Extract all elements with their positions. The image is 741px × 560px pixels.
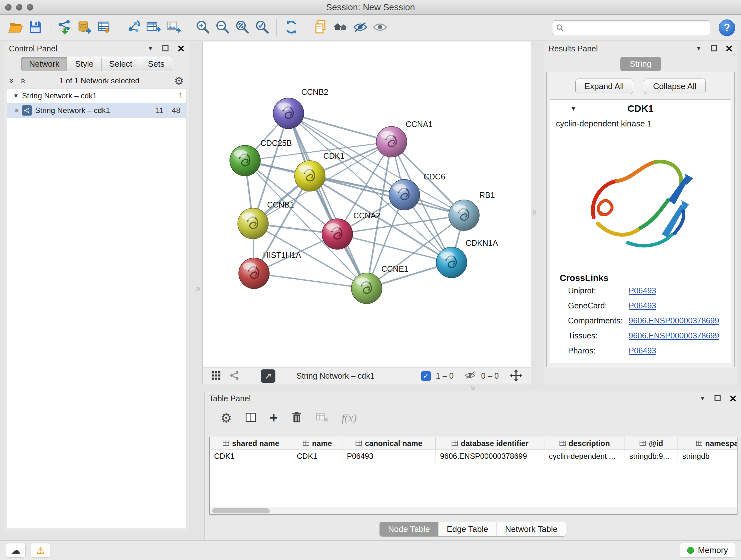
network-node-CDC25B[interactable] (230, 145, 260, 176)
column-header-canonical-name[interactable]: canonical name (342, 437, 435, 449)
panel-menu-icon[interactable]: ▼ (147, 45, 153, 51)
tab-node-table[interactable]: Node Table (380, 522, 438, 537)
search-input[interactable] (552, 20, 711, 35)
add-column-icon[interactable]: + (270, 412, 278, 423)
copy-document-button[interactable] (311, 18, 331, 38)
gear-icon[interactable]: ⚙ (174, 75, 184, 86)
network-node-HIST1H1A[interactable] (239, 258, 269, 289)
cell-id[interactable]: stringdb:9... (625, 450, 678, 462)
cell-description[interactable]: cyclin-dependent ... (544, 450, 625, 462)
cloud-status-button[interactable]: ☁ (6, 543, 25, 558)
network-canvas[interactable]: CCNB2CCNA1CDC25BCDK1CDC6RB1CCNB1CCNA2CDK… (203, 42, 531, 367)
column-header-id[interactable]: @id (625, 437, 678, 449)
panel-close-icon[interactable]: × (730, 394, 737, 403)
tab-edge-table[interactable]: Edge Table (438, 522, 496, 537)
selected-checkbox-icon[interactable]: ✓ (421, 371, 431, 381)
table-row[interactable]: CDK1 CDK1 P06493 9606.ENSP00000378699 cy… (210, 450, 737, 462)
tab-network-table[interactable]: Network Table (496, 522, 566, 537)
splitter-handle[interactable] (532, 210, 536, 214)
network-node-CCNA1[interactable] (376, 126, 407, 157)
clear-table-icon[interactable] (316, 411, 329, 425)
network-node-CCNB2[interactable] (273, 98, 304, 129)
window-close-button[interactable] (5, 4, 11, 10)
crosslink-value-link[interactable]: 9606.ENSP00000378699 (629, 316, 719, 325)
cell-database-identifier[interactable]: 9606.ENSP00000378699 (435, 450, 544, 462)
column-header-name[interactable]: name (292, 437, 342, 449)
expand-all-icon[interactable]: » (17, 78, 27, 84)
import-network-file-button[interactable] (55, 18, 75, 38)
crosslink-value-link[interactable]: P06493 (629, 301, 656, 310)
expand-all-button[interactable]: Expand All (576, 78, 633, 94)
network-node-CCNA2[interactable] (322, 219, 353, 249)
table-settings-gear-icon[interactable]: ⚙ (220, 412, 232, 424)
splitter-handle[interactable] (471, 386, 475, 390)
network-node-CCNE1[interactable] (351, 273, 382, 304)
crosslink-value-link[interactable]: P06493 (629, 346, 656, 355)
export-image-button[interactable] (163, 18, 183, 38)
network-edge-HIST1H1A-CCNE1[interactable] (254, 273, 367, 288)
memory-button[interactable]: Memory (680, 543, 735, 558)
network-node-CDK1[interactable] (294, 161, 325, 191)
network-collection-row[interactable]: ▼ String Network – cdk1 1 (7, 88, 186, 103)
tab-string[interactable]: String (620, 57, 661, 71)
tab-sets[interactable]: Sets (140, 57, 172, 71)
window-zoom-button[interactable] (27, 4, 33, 10)
panel-close-icon[interactable]: × (178, 44, 185, 53)
open-in-window-button[interactable]: ↗ (261, 369, 275, 383)
share-network-icon[interactable] (229, 370, 240, 382)
show-columns-icon[interactable] (245, 411, 257, 425)
import-table-button[interactable] (94, 18, 114, 38)
scrollbar-thumb[interactable] (212, 508, 270, 513)
new-network-from-selection-button[interactable] (124, 18, 144, 38)
hidden-eye-slash-icon[interactable] (464, 371, 476, 381)
panel-float-icon[interactable] (162, 45, 169, 51)
zoom-selected-button[interactable] (252, 18, 272, 38)
tree-expand-icon[interactable]: ▼ (13, 92, 19, 99)
delete-column-trash-icon[interactable] (291, 411, 303, 425)
network-node-CDC6[interactable] (389, 179, 420, 210)
column-header-shared-name[interactable]: shared name (210, 437, 292, 449)
panel-close-icon[interactable]: × (726, 44, 733, 53)
column-header-database-identifier[interactable]: database identifier (435, 437, 544, 449)
tab-select[interactable]: Select (101, 57, 140, 71)
tab-network[interactable]: Network (21, 57, 67, 71)
panel-menu-icon[interactable]: ▼ (696, 45, 702, 51)
network-node-CCNB1[interactable] (238, 208, 268, 239)
cell-canonical-name[interactable]: P06493 (342, 450, 435, 462)
tab-style[interactable]: Style (67, 57, 101, 71)
warnings-button[interactable]: ⚠ (30, 543, 51, 558)
horizontal-scrollbar[interactable] (210, 507, 737, 514)
pan-crosshair-icon[interactable] (510, 369, 522, 383)
help-button[interactable]: ? (719, 19, 735, 36)
string-home-button[interactable] (331, 18, 350, 38)
function-builder-icon[interactable]: f(x) (342, 412, 357, 424)
cell-namespace[interactable]: stringdb (678, 450, 738, 462)
panel-menu-icon[interactable]: ▼ (699, 395, 705, 401)
collapse-all-button[interactable]: Collapse All (644, 78, 706, 94)
hide-selected-button[interactable] (350, 18, 370, 38)
zoom-out-button[interactable] (212, 18, 232, 38)
cell-name[interactable]: CDK1 (292, 450, 342, 462)
card-collapse-icon[interactable]: ▼ (570, 105, 577, 113)
refresh-layout-button[interactable] (281, 18, 301, 38)
zoom-in-button[interactable] (193, 18, 212, 38)
column-header-namespace[interactable]: namespac (678, 437, 738, 449)
import-network-database-button[interactable] (75, 18, 94, 38)
network-edge-CCNB2-CCNE1[interactable] (288, 113, 367, 288)
network-node-RB1[interactable] (449, 200, 479, 231)
panel-float-icon[interactable] (715, 395, 721, 401)
zoom-fit-button[interactable] (232, 18, 252, 38)
network-row[interactable]: String Network – cdk1 11 48 (7, 103, 186, 118)
window-minimize-button[interactable] (16, 4, 22, 10)
grid-view-icon[interactable] (211, 370, 221, 382)
cell-shared-name[interactable]: CDK1 (210, 450, 292, 462)
collapse-all-icon[interactable]: » (7, 78, 17, 84)
export-table-button[interactable] (144, 18, 163, 38)
column-header-description[interactable]: description (544, 437, 625, 449)
panel-float-icon[interactable] (711, 45, 717, 51)
crosslink-value-link[interactable]: P06493 (629, 286, 656, 295)
crosslink-value-link[interactable]: 9606.ENSP00000378699 (629, 331, 719, 340)
network-node-CDKN1A[interactable] (436, 247, 467, 278)
save-session-button[interactable] (25, 18, 45, 38)
open-session-button[interactable] (6, 18, 25, 38)
